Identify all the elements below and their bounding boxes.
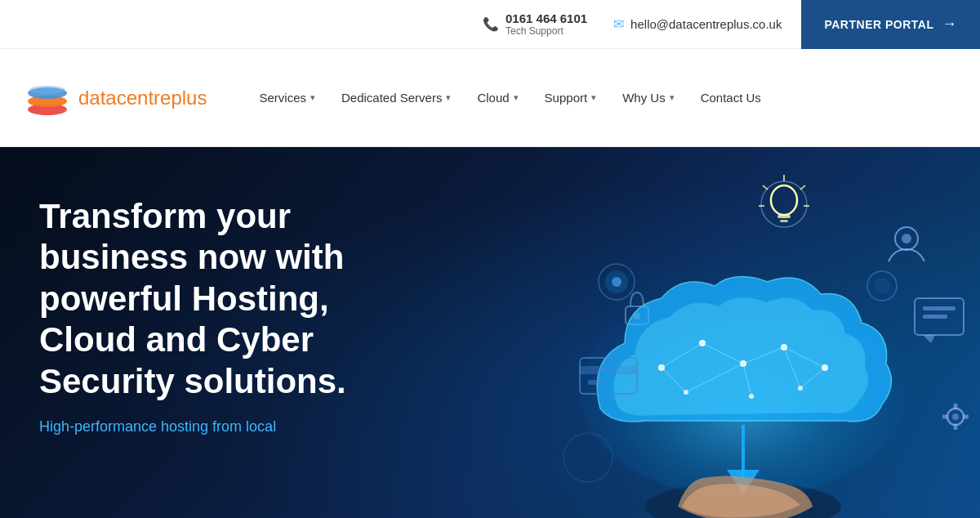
email-contact: ✉ hello@datacentreplus.co.uk (613, 16, 782, 32)
nav-whyus-label: Why Us (622, 91, 666, 105)
header: datacentreplus Services ▾ Dedicated Serv… (0, 49, 980, 147)
logo-text-part2: plus (171, 87, 207, 109)
svg-rect-49 (588, 380, 604, 385)
nav-support-chevron-icon: ▾ (591, 92, 596, 103)
hero-subtext: High-performance hosting from local (39, 418, 385, 435)
partner-portal-button[interactable]: PARTNER PORTAL → (801, 0, 980, 49)
svg-line-32 (763, 185, 768, 190)
top-bar-contacts: 📞 0161 464 6101 Tech Support ✉ hello@dat… (483, 11, 801, 37)
nav-item-dedicated-servers[interactable]: Dedicated Servers ▾ (328, 84, 464, 111)
nav-dedicated-chevron-icon: ▾ (446, 92, 451, 103)
svg-rect-29 (780, 220, 788, 222)
svg-point-3 (29, 86, 65, 94)
nav-item-support[interactable]: Support ▾ (532, 84, 610, 111)
nav-item-cloud[interactable]: Cloud ▾ (464, 84, 531, 111)
svg-line-31 (800, 185, 805, 190)
nav-item-services[interactable]: Services ▾ (246, 84, 328, 111)
phone-contact: 📞 0161 464 6101 Tech Support (483, 11, 587, 37)
svg-rect-48 (580, 366, 637, 374)
email-address[interactable]: hello@datacentreplus.co.uk (630, 17, 782, 31)
partner-portal-label: PARTNER PORTAL (824, 18, 933, 31)
nav-item-why-us[interactable]: Why Us ▾ (609, 84, 688, 111)
svg-rect-45 (963, 415, 969, 419)
hero-section: Transform your business now with powerfu… (0, 147, 980, 518)
nav-cloud-chevron-icon: ▾ (514, 92, 519, 103)
nav-support-label: Support (545, 91, 588, 105)
nav-services-chevron-icon: ▾ (310, 92, 315, 103)
top-bar: 📞 0161 464 6101 Tech Support ✉ hello@dat… (0, 0, 980, 49)
svg-rect-44 (954, 424, 958, 430)
svg-point-36 (902, 234, 911, 243)
svg-point-51 (634, 313, 640, 319)
nav-dedicated-label: Dedicated Servers (341, 91, 442, 105)
logo-text-part1: datacentre (78, 87, 171, 109)
hero-graphic (408, 147, 980, 518)
hero-heading: Transform your business now with powerfu… (39, 196, 385, 402)
phone-number[interactable]: 0161 464 6101 (506, 11, 587, 25)
svg-point-54 (612, 277, 621, 287)
svg-point-42 (952, 413, 959, 420)
svg-rect-46 (942, 415, 948, 419)
email-icon: ✉ (613, 16, 624, 32)
nav-whyus-chevron-icon: ▾ (670, 92, 675, 103)
svg-rect-38 (923, 306, 956, 310)
phone-sub: Tech Support (506, 25, 587, 37)
svg-point-56 (874, 278, 890, 294)
svg-rect-28 (777, 215, 791, 218)
phone-icon: 📞 (483, 16, 499, 32)
svg-rect-39 (923, 315, 947, 319)
svg-rect-43 (954, 404, 958, 409)
nav-contact-label: Contact Us (701, 91, 761, 105)
nav-services-label: Services (259, 91, 306, 105)
main-nav: Services ▾ Dedicated Servers ▾ Cloud ▾ S… (246, 84, 954, 111)
partner-portal-arrow-icon: → (942, 16, 958, 33)
nav-item-contact[interactable]: Contact Us (688, 84, 774, 111)
logo-text: datacentreplus (78, 87, 207, 109)
hero-content: Transform your business now with powerfu… (0, 147, 425, 485)
logo-icon (26, 80, 69, 116)
logo-link[interactable]: datacentreplus (26, 80, 207, 116)
hero-illustration (474, 155, 980, 518)
nav-cloud-label: Cloud (477, 91, 509, 105)
